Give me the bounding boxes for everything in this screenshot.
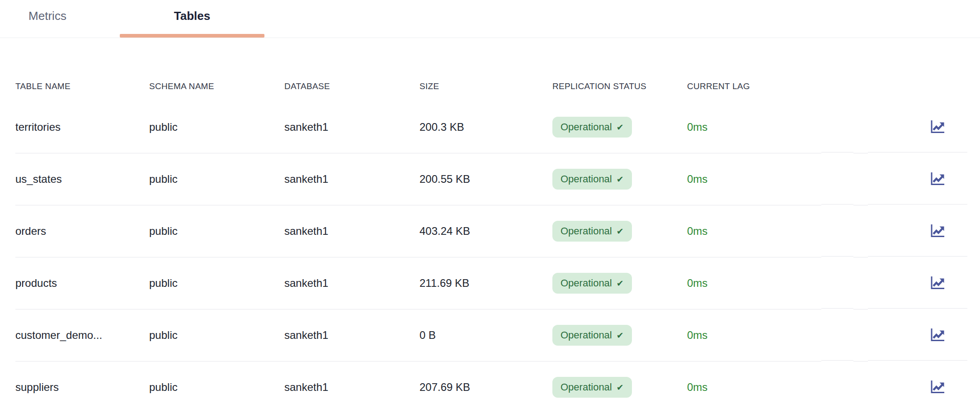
tab-metrics[interactable]: Metrics	[0, 0, 95, 38]
cell-replication-status: Operational ✔	[552, 153, 687, 205]
cell-current-lag: 0ms	[687, 361, 821, 409]
cell-database: sanketh1	[284, 309, 419, 361]
replication-status-badge: Operational ✔	[552, 117, 632, 138]
row-spacer	[821, 205, 853, 257]
row-spacer	[853, 361, 868, 409]
replication-status-label: Operational	[561, 225, 612, 237]
cell-database: sanketh1	[284, 361, 419, 409]
replication-status-badge: Operational ✔	[552, 221, 632, 242]
replication-status-label: Operational	[561, 121, 612, 133]
column-header-schema-name: SCHEMA NAME	[149, 81, 284, 91]
active-tab-underline	[120, 34, 264, 38]
table-row: orders public sanketh1 403.24 KB Operati…	[15, 205, 967, 257]
cell-size: 211.69 KB	[419, 257, 552, 309]
tab-metrics-label: Metrics	[28, 9, 66, 23]
table-body: territories public sanketh1 200.3 KB Ope…	[0, 101, 980, 409]
tab-tables-label: Tables	[174, 9, 210, 23]
cell-schema-name: public	[149, 309, 284, 361]
cell-schema-name: public	[149, 361, 284, 409]
tab-tables[interactable]: Tables	[120, 0, 264, 38]
row-spacer	[853, 309, 868, 361]
cell-row-action	[868, 153, 967, 204]
cell-size: 200.55 KB	[419, 153, 552, 205]
cell-current-lag: 0ms	[687, 309, 821, 361]
column-header-replication-status: REPLICATION STATUS	[552, 81, 687, 91]
cell-schema-name: public	[149, 153, 284, 205]
chart-line-up-icon[interactable]	[928, 274, 946, 291]
cell-database: sanketh1	[284, 257, 419, 309]
cell-row-action	[868, 309, 967, 361]
cell-database: sanketh1	[284, 101, 419, 153]
cell-row-action	[868, 101, 967, 152]
cell-size: 0 B	[419, 309, 552, 361]
cell-size: 200.3 KB	[419, 101, 552, 153]
column-header-current-lag: CURRENT LAG	[687, 81, 821, 91]
table-row: suppliers public sanketh1 207.69 KB Oper…	[15, 361, 967, 409]
table-row: territories public sanketh1 200.3 KB Ope…	[15, 101, 967, 153]
check-icon: ✔	[617, 175, 624, 184]
row-spacer	[853, 101, 868, 153]
replication-status-badge: Operational ✔	[552, 377, 632, 398]
row-spacer	[853, 153, 868, 205]
cell-schema-name: public	[149, 101, 284, 153]
cell-database: sanketh1	[284, 205, 419, 257]
cell-replication-status: Operational ✔	[552, 361, 687, 409]
cell-table-name: products	[15, 257, 149, 309]
check-icon: ✔	[617, 279, 624, 288]
chart-line-up-icon[interactable]	[928, 170, 946, 187]
replication-status-label: Operational	[561, 277, 612, 289]
row-spacer	[821, 153, 853, 204]
chart-line-up-icon[interactable]	[928, 378, 946, 395]
cell-current-lag: 0ms	[687, 257, 821, 309]
cell-table-name: territories	[15, 101, 149, 153]
table-row: customer_demo... public sanketh1 0 B Ope…	[15, 309, 967, 361]
cell-schema-name: public	[149, 205, 284, 257]
check-icon: ✔	[617, 331, 624, 340]
check-icon: ✔	[617, 227, 624, 236]
replication-status-label: Operational	[561, 173, 612, 185]
replication-status-badge: Operational ✔	[552, 325, 632, 346]
chart-line-up-icon[interactable]	[928, 326, 946, 343]
cell-schema-name: public	[149, 257, 284, 309]
cell-table-name: customer_demo...	[15, 309, 149, 361]
replication-status-badge: Operational ✔	[552, 273, 632, 294]
column-header-size: SIZE	[419, 81, 552, 91]
chart-line-up-icon[interactable]	[928, 118, 946, 135]
cell-replication-status: Operational ✔	[552, 309, 687, 361]
cell-database: sanketh1	[284, 153, 419, 205]
cell-table-name: orders	[15, 205, 149, 257]
cell-table-name: suppliers	[15, 361, 149, 409]
cell-current-lag: 0ms	[687, 153, 821, 205]
cell-row-action	[868, 205, 967, 257]
row-spacer	[821, 101, 853, 152]
check-icon: ✔	[617, 383, 624, 392]
replication-status-label: Operational	[561, 381, 612, 393]
cell-replication-status: Operational ✔	[552, 205, 687, 257]
table-header-row: TABLE NAME SCHEMA NAME DATABASE SIZE REP…	[15, 38, 967, 101]
cell-row-action	[868, 257, 967, 309]
row-spacer	[821, 257, 853, 309]
replication-status-badge: Operational ✔	[552, 169, 632, 190]
table-row: us_states public sanketh1 200.55 KB Oper…	[15, 153, 967, 205]
row-spacer	[853, 257, 868, 309]
tab-bar: Metrics Tables	[0, 0, 980, 38]
column-header-database: DATABASE	[284, 81, 419, 91]
column-header-table-name: TABLE NAME	[15, 81, 149, 91]
cell-current-lag: 0ms	[687, 205, 821, 257]
row-spacer	[821, 361, 853, 409]
replication-status-label: Operational	[561, 329, 612, 341]
table-row: products public sanketh1 211.69 KB Opera…	[15, 257, 967, 309]
chart-line-up-icon[interactable]	[928, 222, 946, 239]
cell-size: 207.69 KB	[419, 361, 552, 409]
cell-current-lag: 0ms	[687, 101, 821, 153]
cell-size: 403.24 KB	[419, 205, 552, 257]
row-spacer	[853, 205, 868, 257]
check-icon: ✔	[617, 123, 624, 132]
row-spacer	[821, 309, 853, 361]
cell-table-name: us_states	[15, 153, 149, 205]
cell-replication-status: Operational ✔	[552, 257, 687, 309]
cell-replication-status: Operational ✔	[552, 101, 687, 153]
cell-row-action	[868, 361, 967, 409]
